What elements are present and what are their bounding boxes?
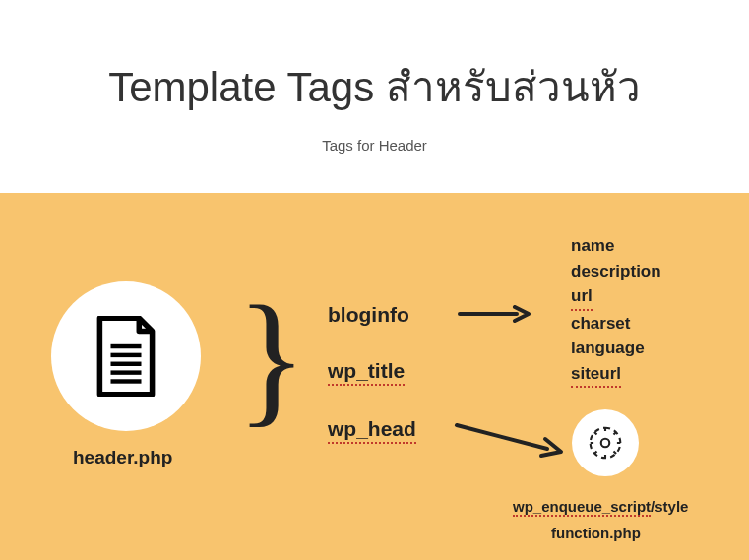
file-label: header.php	[73, 447, 172, 468]
enqueue-label: wp_enqueue_script/style	[513, 498, 688, 515]
param-description: description	[571, 259, 661, 284]
file-circle	[51, 281, 201, 431]
enqueue-script-text: wp_enqueue_script	[513, 498, 651, 517]
tag-list: bloginfo wp_title wp_head	[328, 303, 416, 475]
param-name: name	[571, 233, 661, 259]
tag-bloginfo: bloginfo	[328, 303, 409, 328]
param-charset: charset	[571, 311, 661, 337]
arrow-icon	[458, 305, 531, 323]
slide-title: Template Tags สำหรับส่วนหัว	[0, 54, 749, 119]
arrow-icon	[453, 419, 566, 459]
tag-wp-title: wp_title	[328, 359, 405, 386]
gear-icon	[589, 426, 622, 460]
gear-circle	[572, 409, 639, 476]
function-file-label: function.php	[551, 525, 641, 541]
diagram-area: header.php } bloginfo wp_title wp_head n…	[0, 193, 749, 560]
document-icon	[91, 316, 161, 397]
param-url: url	[571, 283, 593, 311]
svg-line-6	[457, 425, 547, 449]
bloginfo-params: name description url charset language si…	[571, 233, 661, 388]
enqueue-suffix: /style	[651, 498, 688, 515]
tag-wp-head: wp_head	[328, 417, 416, 444]
param-language: language	[571, 336, 661, 361]
svg-point-7	[601, 439, 610, 448]
param-siteurl: siteurl	[571, 361, 621, 389]
brace-icon: }	[236, 283, 307, 431]
slide-subtitle: Tags for Header	[0, 137, 749, 154]
